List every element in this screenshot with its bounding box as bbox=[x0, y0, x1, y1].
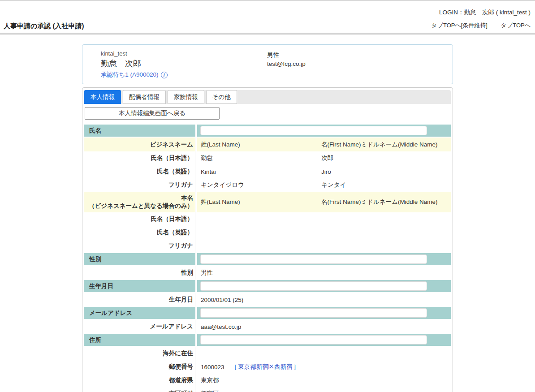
row-label: メールアドレス bbox=[84, 320, 195, 333]
row-content: 勤怠次郎 bbox=[197, 151, 451, 165]
row-label-text: 海外に在住 bbox=[163, 349, 193, 358]
field-value: 次郎 bbox=[321, 154, 451, 162]
row-label: 海外に在住 bbox=[84, 347, 195, 360]
row-label-text: フリガナ bbox=[168, 242, 193, 250]
approval-panel: 本人情報配偶者情報家族情報その他 本人情報編集画面へ戻る 氏名ビジネスネーム姓(… bbox=[82, 87, 453, 392]
row-content bbox=[197, 307, 451, 319]
row-content: 姓(Last Name)名(First Name)ミドルネーム(Middle N… bbox=[197, 192, 451, 212]
row-content: キンタイジロウキンタイ bbox=[197, 178, 451, 192]
row-content: KintaiJiro bbox=[197, 165, 451, 178]
field-value: 名(First Name)ミドルネーム(Middle Name) bbox=[321, 141, 451, 149]
row-content bbox=[197, 253, 451, 265]
row-label: 氏名（英語） bbox=[84, 165, 195, 178]
row-label-text: 生年月日 bbox=[169, 296, 193, 304]
row-label-text: メールアドレス bbox=[150, 323, 193, 331]
table-row: 氏名（日本語）勤怠次郎 bbox=[84, 151, 451, 165]
row-label: 氏名 bbox=[84, 125, 195, 137]
row-content bbox=[197, 239, 451, 253]
field-value: 1600023 bbox=[201, 364, 224, 370]
field-value: 姓(Last Name) bbox=[201, 141, 321, 149]
field-value: Jiro bbox=[321, 168, 451, 175]
row-label-text: 氏名（英語） bbox=[157, 168, 193, 176]
header-divider bbox=[0, 33, 535, 34]
back-to-edit-button[interactable]: 本人情報編集画面へ戻る bbox=[85, 107, 220, 120]
table-row: 生年月日2000/01/01 (25) bbox=[84, 293, 451, 306]
row-label: 都道府県 bbox=[84, 374, 195, 387]
table-row: 海外に在住 bbox=[84, 347, 451, 360]
row-content bbox=[197, 226, 451, 239]
table-row: 氏名（英語） bbox=[84, 226, 451, 239]
section-input[interactable] bbox=[200, 254, 427, 264]
approval-status: 承認待ち1 (A900020) i bbox=[101, 71, 453, 79]
table-row: 郵便番号1600023[ 東京都新宿区西新宿 ] bbox=[84, 360, 451, 374]
table-row: 本名（ビジネスネームと異なる場合のみ）姓(Last Name)名(First N… bbox=[84, 192, 451, 212]
info-icon[interactable]: i bbox=[161, 72, 168, 78]
field-value: Kintai bbox=[201, 168, 321, 175]
row-label-text: 氏名（日本語） bbox=[151, 154, 194, 162]
tab-2[interactable]: 配偶者情報 bbox=[123, 90, 166, 104]
row-label: フリガナ bbox=[84, 239, 195, 253]
section-input[interactable] bbox=[200, 126, 427, 135]
employee-contact: 男性 test@fcg.co.jp bbox=[267, 51, 306, 69]
row-label-text: 住所 bbox=[89, 336, 101, 344]
row-label-text: 郵便番号 bbox=[169, 363, 193, 371]
row-label-text: 氏名 bbox=[89, 127, 101, 135]
row-label: 住所 bbox=[84, 334, 195, 346]
row-label-text: ビジネスネーム bbox=[150, 141, 193, 149]
row-content bbox=[197, 212, 451, 226]
section-input[interactable] bbox=[200, 335, 427, 345]
row-label-text: 生年月日 bbox=[89, 282, 113, 290]
row-content bbox=[197, 125, 451, 137]
employee-card: kintai_test 勤怠 次郎 承認待ち1 (A900020) i 男性 t… bbox=[82, 44, 453, 84]
field-value: 新宿区 bbox=[201, 390, 219, 392]
row-content: 新宿区 bbox=[197, 387, 451, 392]
row-label-text: メールアドレス bbox=[89, 309, 132, 317]
row-label: 性別 bbox=[84, 266, 195, 280]
row-label-note: （ビジネスネームと異なる場合のみ） bbox=[89, 202, 193, 210]
postal-address-link[interactable]: [ 東京都新宿区西新宿 ] bbox=[235, 363, 296, 371]
row-label-text: フリガナ bbox=[168, 181, 193, 189]
row-label: ビジネスネーム bbox=[84, 138, 195, 151]
row-label: 氏名（英語） bbox=[84, 226, 195, 239]
table-row: 氏名（英語）KintaiJiro bbox=[84, 165, 451, 178]
row-label: フリガナ bbox=[84, 178, 195, 192]
login-label: LOGIN：勤怠 次郎 ( kintai_test ) bbox=[439, 9, 531, 17]
row-content bbox=[197, 347, 451, 360]
field-value: 2000/01/01 (25) bbox=[201, 297, 243, 303]
row-content: 姓(Last Name)名(First Name)ミドルネーム(Middle N… bbox=[197, 138, 451, 151]
section-input[interactable] bbox=[200, 308, 427, 318]
field-value: 姓(Last Name) bbox=[201, 198, 321, 206]
row-label: 郵便番号 bbox=[84, 360, 195, 374]
row-label: 氏名（日本語） bbox=[84, 212, 195, 226]
field-value: キンタイ bbox=[321, 181, 451, 189]
field-value: aaa@test.co.jp bbox=[201, 323, 241, 330]
tab-4[interactable]: その他 bbox=[206, 90, 237, 104]
main-content: kintai_test 勤怠 次郎 承認待ち1 (A900020) i 男性 t… bbox=[82, 44, 453, 392]
row-label: 性別 bbox=[84, 253, 195, 265]
row-content: 東京都 bbox=[197, 374, 451, 387]
tab-3[interactable]: 家族情報 bbox=[168, 90, 204, 104]
section-row: 住所 bbox=[84, 334, 451, 346]
row-content bbox=[197, 280, 451, 292]
tab-strip: 本人情報配偶者情報家族情報その他 bbox=[84, 90, 451, 104]
table-row: フリガナキンタイジロウキンタイ bbox=[84, 178, 451, 192]
row-label-text: 都道府県 bbox=[169, 376, 193, 384]
section-input[interactable] bbox=[200, 281, 427, 291]
row-content bbox=[197, 334, 451, 346]
field-value: キンタイジロウ bbox=[201, 181, 321, 189]
row-label: メールアドレス bbox=[84, 307, 195, 319]
field-value: 男性 bbox=[201, 269, 213, 277]
top-links: タブTOPへ[条件維持] タブTOPへ bbox=[419, 22, 531, 30]
tab-top-keep-conditions-link[interactable]: タブTOPへ[条件維持] bbox=[431, 22, 488, 29]
table-row: 氏名（日本語） bbox=[84, 212, 451, 226]
field-value: 勤怠 bbox=[201, 154, 321, 162]
row-label: 市区町村 bbox=[84, 387, 195, 392]
row-label-text: 氏名（英語） bbox=[157, 228, 193, 237]
tab-top-link[interactable]: タブTOPへ bbox=[501, 22, 531, 29]
tab-1[interactable]: 本人情報 bbox=[84, 90, 121, 104]
section-row: 性別 bbox=[84, 253, 451, 265]
section-row: メールアドレス bbox=[84, 307, 451, 319]
table-row: 都道府県東京都 bbox=[84, 374, 451, 387]
row-label: 生年月日 bbox=[84, 293, 195, 306]
approval-status-label[interactable]: 承認待ち1 (A900020) bbox=[101, 71, 159, 79]
